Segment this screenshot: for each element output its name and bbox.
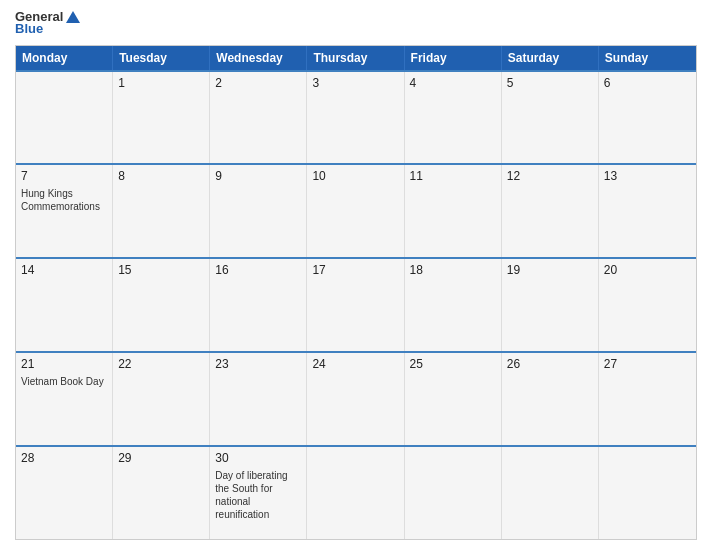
- week-row-3: 14151617181920: [16, 257, 696, 351]
- col-saturday: Saturday: [502, 46, 599, 70]
- col-thursday: Thursday: [307, 46, 404, 70]
- header: General Blue: [15, 10, 697, 37]
- cal-cell-w1-d1: [16, 72, 113, 164]
- day-number: 13: [604, 169, 691, 183]
- cal-cell-w5-d3: 30Day of liberating the South for nation…: [210, 447, 307, 539]
- day-number: 2: [215, 76, 301, 90]
- event-label: Hung Kings Commemorations: [21, 187, 107, 213]
- week-row-5: 282930Day of liberating the South for na…: [16, 445, 696, 539]
- day-number: 1: [118, 76, 204, 90]
- day-number: 3: [312, 76, 398, 90]
- logo: General Blue: [15, 10, 81, 37]
- cal-cell-w4-d7: 27: [599, 353, 696, 445]
- day-number: 11: [410, 169, 496, 183]
- day-number: 15: [118, 263, 204, 277]
- cal-cell-w1-d3: 2: [210, 72, 307, 164]
- week-row-4: 21Vietnam Book Day222324252627: [16, 351, 696, 445]
- day-number: 27: [604, 357, 691, 371]
- week-row-1: 123456: [16, 70, 696, 164]
- day-number: 8: [118, 169, 204, 183]
- cal-cell-w3-d1: 14: [16, 259, 113, 351]
- day-number: 19: [507, 263, 593, 277]
- cal-cell-w2-d4: 10: [307, 165, 404, 257]
- cal-cell-w5-d7: [599, 447, 696, 539]
- cal-cell-w5-d6: [502, 447, 599, 539]
- day-number: 10: [312, 169, 398, 183]
- cal-cell-w3-d2: 15: [113, 259, 210, 351]
- cal-cell-w2-d2: 8: [113, 165, 210, 257]
- day-number: 18: [410, 263, 496, 277]
- day-number: 7: [21, 169, 107, 183]
- day-number: 30: [215, 451, 301, 465]
- event-label: Vietnam Book Day: [21, 375, 107, 388]
- day-number: 17: [312, 263, 398, 277]
- day-number: 21: [21, 357, 107, 371]
- cal-cell-w5-d4: [307, 447, 404, 539]
- cal-cell-w2-d5: 11: [405, 165, 502, 257]
- cal-cell-w5-d5: [405, 447, 502, 539]
- calendar: Monday Tuesday Wednesday Thursday Friday…: [15, 45, 697, 540]
- page: General Blue Monday Tuesday Wednesday Th…: [0, 0, 712, 550]
- col-wednesday: Wednesday: [210, 46, 307, 70]
- cal-cell-w4-d6: 26: [502, 353, 599, 445]
- day-number: 26: [507, 357, 593, 371]
- cal-cell-w4-d1: 21Vietnam Book Day: [16, 353, 113, 445]
- event-label: Day of liberating the South for national…: [215, 469, 301, 521]
- col-sunday: Sunday: [599, 46, 696, 70]
- cal-cell-w2-d7: 13: [599, 165, 696, 257]
- cal-cell-w1-d5: 4: [405, 72, 502, 164]
- day-number: 24: [312, 357, 398, 371]
- cal-cell-w1-d6: 5: [502, 72, 599, 164]
- day-number: 29: [118, 451, 204, 465]
- day-number: 20: [604, 263, 691, 277]
- cal-cell-w2-d1: 7Hung Kings Commemorations: [16, 165, 113, 257]
- cal-cell-w2-d6: 12: [502, 165, 599, 257]
- cal-cell-w3-d5: 18: [405, 259, 502, 351]
- calendar-body: 1234567Hung Kings Commemorations89101112…: [16, 70, 696, 539]
- day-number: 12: [507, 169, 593, 183]
- day-number: 23: [215, 357, 301, 371]
- cal-cell-w3-d7: 20: [599, 259, 696, 351]
- day-number: 22: [118, 357, 204, 371]
- cal-cell-w3-d6: 19: [502, 259, 599, 351]
- day-number: 28: [21, 451, 107, 465]
- day-number: 9: [215, 169, 301, 183]
- day-number: 16: [215, 263, 301, 277]
- cal-cell-w5-d2: 29: [113, 447, 210, 539]
- day-number: 6: [604, 76, 691, 90]
- cal-cell-w5-d1: 28: [16, 447, 113, 539]
- cal-cell-w4-d2: 22: [113, 353, 210, 445]
- day-number: 5: [507, 76, 593, 90]
- cal-cell-w4-d3: 23: [210, 353, 307, 445]
- calendar-header: Monday Tuesday Wednesday Thursday Friday…: [16, 46, 696, 70]
- col-tuesday: Tuesday: [113, 46, 210, 70]
- cal-cell-w3-d3: 16: [210, 259, 307, 351]
- col-friday: Friday: [405, 46, 502, 70]
- day-number: 14: [21, 263, 107, 277]
- week-row-2: 7Hung Kings Commemorations8910111213: [16, 163, 696, 257]
- cal-cell-w3-d4: 17: [307, 259, 404, 351]
- cal-cell-w1-d7: 6: [599, 72, 696, 164]
- day-number: 25: [410, 357, 496, 371]
- cal-cell-w4-d5: 25: [405, 353, 502, 445]
- cal-cell-w1-d4: 3: [307, 72, 404, 164]
- cal-cell-w2-d3: 9: [210, 165, 307, 257]
- cal-cell-w1-d2: 1: [113, 72, 210, 164]
- logo-blue-text: Blue: [15, 22, 81, 36]
- col-monday: Monday: [16, 46, 113, 70]
- day-number: 4: [410, 76, 496, 90]
- cal-cell-w4-d4: 24: [307, 353, 404, 445]
